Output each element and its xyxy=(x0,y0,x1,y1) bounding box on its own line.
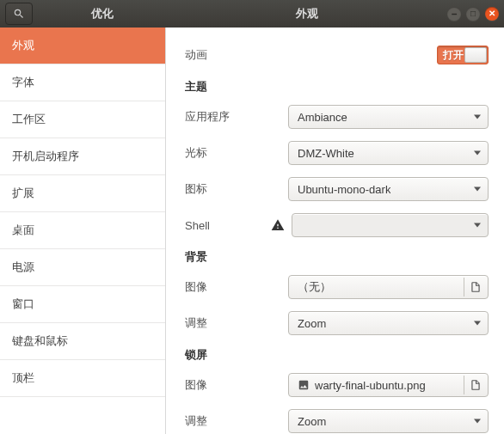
sidebar: 外观 字体 工作区 开机启动程序 扩展 桌面 电源 窗口 键盘和鼠标 顶栏 xyxy=(0,28,166,434)
sidebar-item-topbar[interactable]: 顶栏 xyxy=(0,360,165,397)
content-pane: 动画 打开 主题 应用程序 Ambiance 光标 xyxy=(166,28,504,434)
sidebar-item-label: 扩展 xyxy=(12,186,34,199)
sidebar-item-power[interactable]: 电源 xyxy=(0,249,165,286)
dropdown-value: Zoom xyxy=(298,317,326,330)
background-adjust-dropdown[interactable]: Zoom xyxy=(288,311,489,335)
lockscreen-heading: 锁屏 xyxy=(185,347,489,363)
sidebar-item-workspaces[interactable]: 工作区 xyxy=(0,101,165,138)
sidebar-item-startup[interactable]: 开机启动程序 xyxy=(0,138,165,175)
close-button[interactable]: ✕ xyxy=(485,7,499,21)
sidebar-item-label: 外观 xyxy=(12,39,34,52)
theme-cursor-dropdown[interactable]: DMZ-White xyxy=(288,141,489,165)
animations-label: 动画 xyxy=(185,47,288,63)
sidebar-item-appearance[interactable]: 外观 xyxy=(0,28,165,64)
chevron-down-icon xyxy=(474,187,481,192)
lockscreen-adjust-dropdown[interactable]: Zoom xyxy=(288,409,489,433)
chevron-down-icon xyxy=(474,321,481,326)
search-icon xyxy=(13,8,25,20)
chevron-down-icon xyxy=(474,151,481,156)
warning-icon xyxy=(271,218,288,232)
maximize-button[interactable]: □ xyxy=(466,7,480,21)
chevron-down-icon xyxy=(474,419,481,424)
background-image-label: 图像 xyxy=(185,279,288,295)
theme-icons-dropdown[interactable]: Ubuntu-mono-dark xyxy=(288,177,489,201)
toggle-knob xyxy=(464,47,487,63)
animations-toggle[interactable]: 打开 xyxy=(437,46,489,64)
theme-icons-label: 图标 xyxy=(185,181,288,197)
sidebar-item-keyboard-mouse[interactable]: 键盘和鼠标 xyxy=(0,323,165,360)
titlebar-main-title: 外观 xyxy=(167,6,447,21)
file-open-button[interactable] xyxy=(464,278,486,296)
sidebar-item-label: 字体 xyxy=(12,76,34,89)
toggle-on-text: 打开 xyxy=(438,48,464,63)
background-image-chooser[interactable]: （无） xyxy=(288,275,489,299)
lockscreen-adjust-label: 调整 xyxy=(185,413,288,429)
sidebar-item-extensions[interactable]: 扩展 xyxy=(0,175,165,212)
chevron-down-icon xyxy=(474,223,481,228)
titlebar-sidebar-title: 优化 xyxy=(38,6,167,21)
sidebar-item-label: 键盘和鼠标 xyxy=(12,334,68,347)
theme-heading: 主题 xyxy=(185,79,489,95)
theme-cursor-label: 光标 xyxy=(185,145,288,161)
lockscreen-image-label: 图像 xyxy=(185,377,288,393)
theme-shell-label: Shell xyxy=(185,219,210,232)
search-button[interactable] xyxy=(5,3,33,25)
background-adjust-label: 调整 xyxy=(185,315,288,331)
dropdown-value: Zoom xyxy=(298,415,326,428)
image-file-icon xyxy=(298,379,310,391)
sidebar-item-windows[interactable]: 窗口 xyxy=(0,286,165,323)
sidebar-item-label: 电源 xyxy=(12,260,34,273)
titlebar: 优化 外观 ‒ □ ✕ xyxy=(0,0,504,28)
theme-shell-dropdown xyxy=(292,213,489,237)
theme-app-label: 应用程序 xyxy=(185,109,288,125)
theme-app-dropdown[interactable]: Ambiance xyxy=(288,105,489,129)
chevron-down-icon xyxy=(474,115,481,119)
file-open-button[interactable] xyxy=(464,376,486,394)
sidebar-item-label: 窗口 xyxy=(12,297,34,310)
sidebar-item-label: 桌面 xyxy=(12,223,34,236)
sidebar-item-label: 顶栏 xyxy=(12,371,34,384)
sidebar-item-label: 工作区 xyxy=(12,113,46,125)
dropdown-value: warty-final-ubuntu.png xyxy=(315,379,426,392)
window-controls: ‒ □ ✕ xyxy=(447,7,504,21)
sidebar-item-label: 开机启动程序 xyxy=(12,150,79,162)
document-open-icon xyxy=(470,379,482,391)
sidebar-item-fonts[interactable]: 字体 xyxy=(0,64,165,101)
document-open-icon xyxy=(470,281,482,293)
background-heading: 背景 xyxy=(185,249,489,265)
dropdown-value: DMZ-White xyxy=(298,147,354,160)
minimize-button[interactable]: ‒ xyxy=(447,7,461,21)
lockscreen-image-chooser[interactable]: warty-final-ubuntu.png xyxy=(288,373,489,397)
dropdown-value: （无） xyxy=(298,279,331,295)
dropdown-value: Ambiance xyxy=(298,111,347,124)
dropdown-value: Ubuntu-mono-dark xyxy=(298,183,390,196)
sidebar-item-desktop[interactable]: 桌面 xyxy=(0,212,165,249)
